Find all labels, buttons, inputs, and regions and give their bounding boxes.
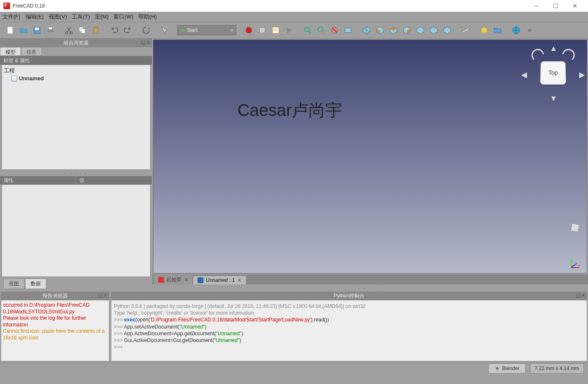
svg-rect-3 xyxy=(35,28,39,30)
svg-rect-16 xyxy=(260,28,265,33)
maximize-button[interactable]: ☐ xyxy=(546,0,565,12)
panel-close-icon[interactable]: ✕ xyxy=(146,39,150,45)
menu-view[interactable]: 视图(V) xyxy=(49,13,67,21)
viewport-wrap: Caesar卢尚宇 ▲ ▼ ◀ ▶ Top xy 起始页 ✕ xyxy=(152,39,588,291)
tab-data[interactable]: 数据 xyxy=(25,279,46,289)
splitter-handle[interactable]: - - - - - xyxy=(0,170,152,176)
nav-style-button[interactable]: 🖱 Blender xyxy=(488,363,526,373)
copy-icon[interactable] xyxy=(76,24,88,36)
save-file-icon[interactable] xyxy=(31,24,43,36)
web-icon[interactable] xyxy=(510,24,522,36)
report-line: Cannot find icon: paste here the content… xyxy=(3,328,107,341)
doc-tab-unnamed[interactable]: Unnamed : 1 ✕ xyxy=(193,276,246,284)
tab-model[interactable]: 模型 xyxy=(0,47,21,56)
model-tree[interactable]: 工程 Unnamed xyxy=(2,65,150,170)
workbench-selector[interactable]: ➡Start ▾ xyxy=(177,25,236,35)
menu-window[interactable]: 窗口(W) xyxy=(113,13,133,21)
open-file-icon[interactable] xyxy=(18,24,29,36)
redo-icon[interactable] xyxy=(122,24,134,36)
undo-icon[interactable] xyxy=(108,24,120,36)
group-icon[interactable] xyxy=(492,24,504,36)
tab-task[interactable]: 任务 xyxy=(21,47,42,56)
svg-point-6 xyxy=(66,32,68,34)
svg-marker-20 xyxy=(287,27,293,34)
draw-style-icon[interactable] xyxy=(329,24,340,36)
menu-macro[interactable]: 宏(M) xyxy=(95,13,109,21)
svg-line-22 xyxy=(309,32,311,34)
nav-left-arrow-icon[interactable]: ◀ xyxy=(521,70,527,79)
python-body[interactable]: Python 3.6.6 | packaged by conda-forge |… xyxy=(111,300,587,361)
menu-bar: 文件(F) 编辑(E) 视图(V) 工具(T) 宏(M) 窗口(W) 帮助(H) xyxy=(0,12,588,22)
splitter-handle[interactable]: - - - - - xyxy=(152,284,588,291)
menu-edit[interactable]: 编辑(E) xyxy=(26,13,44,21)
bbox-icon[interactable] xyxy=(342,24,354,36)
svg-text:y: y xyxy=(570,258,572,261)
svg-marker-12 xyxy=(111,27,114,31)
nav-rotate-cw-icon[interactable] xyxy=(562,47,577,60)
new-file-icon[interactable] xyxy=(4,24,16,36)
report-body[interactable]: occurred in D:\Program Files\FreeCAD 0.1… xyxy=(1,300,109,361)
view-front-icon[interactable] xyxy=(374,24,386,36)
macro-list-icon[interactable] xyxy=(270,24,282,36)
navcube-face[interactable]: Top xyxy=(540,61,566,84)
more-icon[interactable]: » xyxy=(524,24,535,36)
tab-view[interactable]: 视图 xyxy=(3,279,24,289)
navigation-cube[interactable]: ▲ ▼ ◀ ▶ Top xyxy=(524,44,583,103)
fit-all-icon[interactable] xyxy=(302,24,314,36)
svg-rect-10 xyxy=(94,28,98,34)
navcube-mini-icon[interactable] xyxy=(571,224,579,232)
panel-close-icon[interactable]: ✕ xyxy=(103,292,108,298)
view-top-icon[interactable] xyxy=(388,24,399,36)
panel-float-icon[interactable]: ◱ xyxy=(141,39,145,45)
menu-tools[interactable]: 工具(T) xyxy=(72,13,90,21)
view-bottom-icon[interactable] xyxy=(428,24,440,36)
labels-attrs-header: 标签 & 属性 xyxy=(0,56,152,65)
macro-play-icon[interactable] xyxy=(283,24,295,36)
part-icon[interactable] xyxy=(478,24,490,36)
axis-indicator-icon: xy xyxy=(569,257,582,270)
cut-icon[interactable] xyxy=(63,24,75,36)
doc-tab-start[interactable]: 起始页 ✕ xyxy=(154,275,192,284)
whats-this-icon[interactable] xyxy=(159,24,171,36)
property-header: 属性 值 xyxy=(0,176,152,184)
print-icon[interactable] xyxy=(45,24,56,36)
panel-float-icon[interactable]: ◱ xyxy=(98,292,103,298)
panel-close-icon[interactable]: ✕ xyxy=(581,292,585,298)
property-body[interactable] xyxy=(2,184,150,277)
report-title: 报告浏览器 xyxy=(42,292,68,300)
py-prompt[interactable]: >>> xyxy=(114,344,584,350)
tree-root[interactable]: 工程 xyxy=(4,67,148,74)
menu-file[interactable]: 文件(F) xyxy=(3,13,21,21)
view-iso-icon[interactable] xyxy=(361,24,372,36)
panel-float-icon[interactable]: ◱ xyxy=(576,292,580,298)
start-tab-icon xyxy=(158,277,164,283)
nav-rotate-ccw-icon[interactable] xyxy=(529,47,544,60)
view-right-icon[interactable] xyxy=(401,24,413,36)
svg-rect-0 xyxy=(8,27,13,34)
paste-icon[interactable] xyxy=(90,24,102,36)
window-title: FreeCAD 0.18 xyxy=(13,3,527,9)
svg-marker-13 xyxy=(129,27,131,31)
view-left-icon[interactable] xyxy=(441,24,453,36)
tree-item-unnamed[interactable]: Unnamed xyxy=(4,75,148,82)
macro-stop-icon[interactable] xyxy=(256,24,268,36)
svg-point-15 xyxy=(246,27,252,34)
tree-item-label: Unnamed xyxy=(19,75,44,82)
macro-record-icon[interactable] xyxy=(243,24,255,36)
measure-icon[interactable] xyxy=(460,24,472,36)
close-tab-icon[interactable]: ✕ xyxy=(237,277,242,283)
svg-point-7 xyxy=(70,32,73,34)
nav-right-arrow-icon[interactable]: ▶ xyxy=(579,70,585,79)
view-rear-icon[interactable] xyxy=(414,24,426,36)
refresh-icon[interactable] xyxy=(140,24,152,36)
close-button[interactable]: ✕ xyxy=(565,0,585,12)
nav-up-arrow-icon[interactable]: ▲ xyxy=(550,44,557,53)
3d-viewport[interactable]: Caesar卢尚宇 ▲ ▼ ◀ ▶ Top xy xyxy=(153,39,587,274)
fit-sel-icon[interactable] xyxy=(315,24,327,36)
menu-help[interactable]: 帮助(H) xyxy=(138,13,157,21)
minimize-button[interactable]: ─ xyxy=(527,0,546,12)
nav-down-arrow-icon[interactable]: ▼ xyxy=(550,94,557,103)
python-title: Python控制台 xyxy=(334,292,364,300)
report-line: Please look into the log file for furthe… xyxy=(3,315,107,328)
close-tab-icon[interactable]: ✕ xyxy=(184,277,188,283)
